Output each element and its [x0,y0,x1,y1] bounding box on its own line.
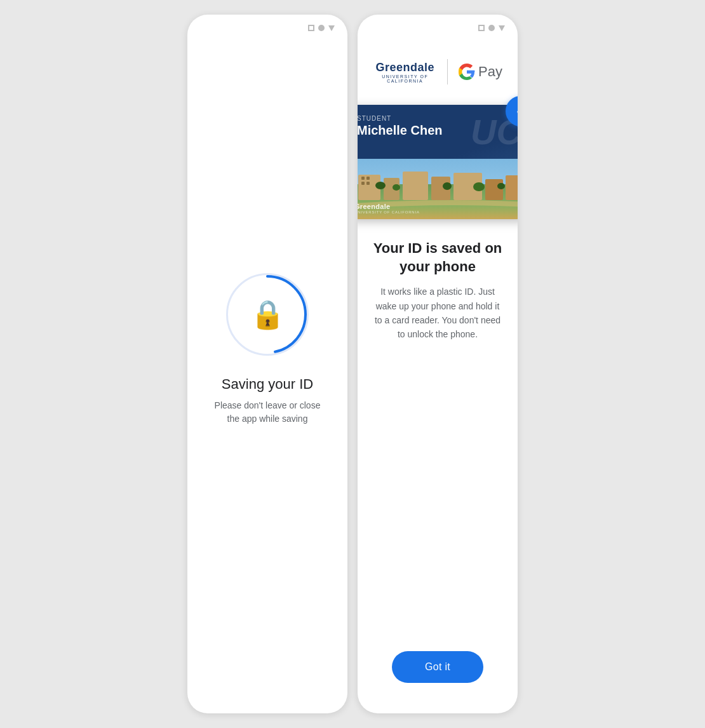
svg-point-14 [375,182,386,189]
card-bottom-university-sub: UNIVERSITY OF CALIFORNIA [358,210,420,214]
got-it-button[interactable]: Got it [392,651,483,683]
svg-point-18 [497,183,505,189]
svg-rect-12 [361,182,365,185]
svg-rect-5 [403,172,428,200]
lock-circle: 🔒 [226,273,309,356]
student-card: STUDENT Michelle Chen UC [358,105,518,219]
g-logo-icon [458,63,476,81]
svg-rect-11 [366,177,370,180]
svg-point-15 [393,184,400,191]
svg-rect-13 [366,182,370,185]
svg-rect-8 [485,179,503,200]
gpay-text: Pay [478,64,502,80]
saving-subtitle: Please don't leave or close the app whil… [208,399,327,426]
phones-wrapper: 🔒 Saving your ID Please don't leave or c… [187,15,518,713]
lock-icon: 🔒 [250,298,285,331]
card-student-label: STUDENT [358,115,518,122]
svg-rect-10 [361,177,365,180]
checkmark-icon: ✓ [515,103,518,119]
greendale-sub: UNIVERSITY OF CALIFORNIA [373,74,437,83]
card-bottom-university-name: Greendale [358,203,420,210]
logo-divider [447,59,448,84]
svg-point-17 [473,182,485,191]
svg-rect-9 [506,175,518,200]
saving-title: Saving your ID [222,376,313,393]
square-icon-right [478,25,485,31]
success-body: It works like a plastic ID. Just wake up… [373,285,502,342]
card-bottom-logo: Greendale UNIVERSITY OF CALIFORNIA [358,203,420,214]
greendale-logo: Greendale UNIVERSITY OF CALIFORNIA [373,61,437,83]
triangle-icon-right [499,25,505,31]
logo-area: Greendale UNIVERSITY OF CALIFORNIA Pay [373,59,502,84]
card-student-name: Michelle Chen [358,123,518,138]
saving-content: 🔒 Saving your ID Please don't leave or c… [187,36,347,713]
circle-icon [318,25,325,31]
card-top-section: STUDENT Michelle Chen [358,105,518,143]
greendale-name: Greendale [373,61,437,74]
circle-icon-right [488,25,495,31]
left-top-bar [187,15,347,36]
right-top-bar [358,15,518,36]
card-area: STUDENT Michelle Chen UC [358,105,518,219]
gpay-logo: Pay [458,63,502,81]
svg-point-16 [443,182,452,190]
triangle-icon [328,25,335,31]
right-phone: Greendale UNIVERSITY OF CALIFORNIA Pay [358,15,518,713]
square-icon [308,25,314,31]
success-content: Greendale UNIVERSITY OF CALIFORNIA Pay [358,36,518,713]
success-title: Your ID is saved on your phone [373,239,502,276]
left-phone: 🔒 Saving your ID Please don't leave or c… [187,15,347,713]
